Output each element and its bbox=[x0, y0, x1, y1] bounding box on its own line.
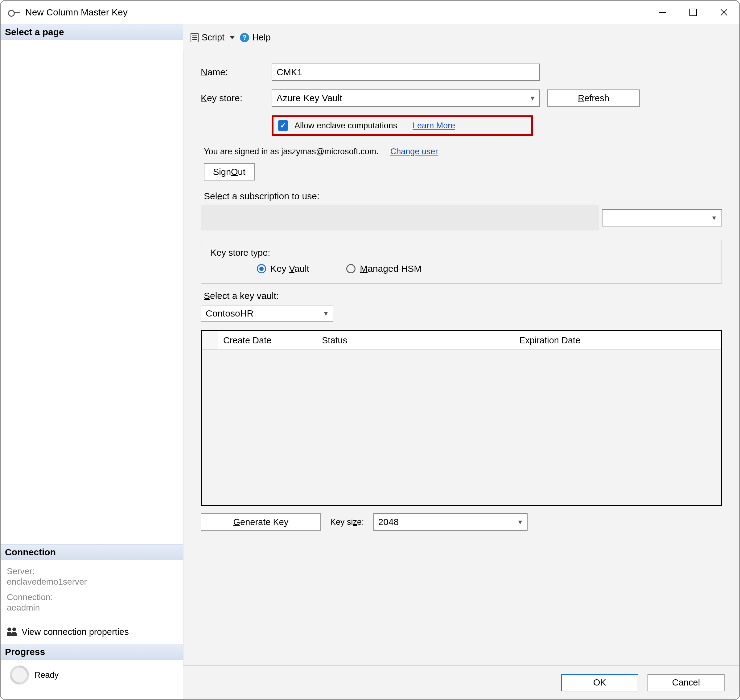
progress-header: Progress bbox=[1, 644, 183, 660]
allow-enclave-row: ✓ Allow enclave computations Learn More bbox=[272, 115, 533, 136]
chevron-down-icon bbox=[229, 36, 235, 39]
help-icon: ? bbox=[240, 33, 249, 42]
keystore-select[interactable]: Azure Key Vault ▾ bbox=[272, 90, 540, 107]
subscription-row: ▾ bbox=[201, 205, 722, 231]
keystore-type-label: Key store type: bbox=[211, 248, 712, 258]
body: Select a page Connection Server: enclave… bbox=[1, 24, 739, 699]
chevron-down-icon: ▾ bbox=[712, 213, 716, 222]
radio-managed-hsm-label: Managed HSM bbox=[360, 263, 421, 274]
subscription-display bbox=[201, 205, 599, 231]
connection-header: Connection bbox=[1, 544, 183, 560]
refresh-button[interactable]: Refresh bbox=[547, 90, 640, 107]
maximize-icon bbox=[689, 8, 697, 16]
main-panel: Script ? Help Name: Key store: bbox=[183, 24, 739, 699]
progress-row: Ready bbox=[1, 660, 183, 699]
key-size-label: Key size: bbox=[330, 518, 364, 527]
server-label: Server: bbox=[7, 566, 177, 576]
cancel-button[interactable]: Cancel bbox=[648, 674, 725, 691]
connection-label: Connection: bbox=[7, 592, 177, 602]
minimize-icon bbox=[658, 8, 667, 17]
select-key-vault-label: Select a key vault: bbox=[204, 291, 722, 301]
view-connection-label: View connection properties bbox=[22, 627, 129, 637]
allow-enclave-label: Allow enclave computations bbox=[294, 121, 397, 131]
grid-col-create-date[interactable]: Create Date bbox=[218, 331, 317, 350]
titlebar: New Column Master Key bbox=[1, 1, 739, 24]
signed-in-row: You are signed in as jaszymas@microsoft.… bbox=[204, 147, 722, 156]
people-icon bbox=[7, 628, 17, 637]
select-page-header: Select a page bbox=[1, 24, 183, 40]
learn-more-link[interactable]: Learn More bbox=[413, 121, 455, 131]
footer: OK Cancel bbox=[183, 665, 739, 699]
keys-grid[interactable]: Create Date Status Expiration Date bbox=[201, 330, 722, 506]
script-label: Script bbox=[202, 32, 225, 43]
name-label: Name: bbox=[201, 67, 272, 78]
left-panel: Select a page Connection Server: enclave… bbox=[1, 24, 183, 699]
keystore-value: Azure Key Vault bbox=[277, 93, 342, 103]
name-input[interactable] bbox=[272, 63, 540, 81]
key-vault-value: ContosoHR bbox=[206, 308, 254, 319]
change-user-link[interactable]: Change user bbox=[391, 147, 438, 156]
left-spacer bbox=[1, 40, 183, 544]
radio-key-vault[interactable]: Key Vault bbox=[257, 263, 309, 274]
allow-enclave-checkbox[interactable]: ✓ bbox=[278, 120, 288, 131]
grid-col-status[interactable]: Status bbox=[317, 331, 514, 350]
script-dropdown[interactable]: Script bbox=[191, 32, 235, 43]
window-title: New Column Master Key bbox=[25, 7, 128, 18]
keystore-type-fieldset: Key store type: Key Vault Managed HSM bbox=[201, 240, 722, 284]
chevron-down-icon: ▾ bbox=[324, 309, 328, 318]
sign-out-button[interactable]: Sign Out bbox=[204, 163, 255, 181]
grid-header: Create Date Status Expiration Date bbox=[202, 331, 721, 350]
help-button[interactable]: ? Help bbox=[240, 32, 271, 43]
grid-body bbox=[202, 350, 721, 505]
radio-managed-hsm[interactable]: Managed HSM bbox=[346, 263, 421, 274]
radio-dot-icon bbox=[346, 264, 355, 274]
progress-spinner-icon bbox=[10, 665, 29, 685]
key-vault-select[interactable]: ContosoHR ▾ bbox=[201, 305, 333, 322]
ok-button[interactable]: OK bbox=[561, 674, 638, 691]
generate-key-button[interactable]: Generate Key bbox=[201, 513, 321, 531]
chevron-down-icon: ▾ bbox=[531, 94, 534, 102]
connection-value: aeadmin bbox=[7, 603, 177, 613]
subscription-select[interactable]: ▾ bbox=[602, 209, 722, 226]
signed-in-text: You are signed in as jaszymas@microsoft.… bbox=[204, 147, 379, 156]
grid-col-expiration[interactable]: Expiration Date bbox=[514, 331, 721, 350]
toolbar: Script ? Help bbox=[183, 24, 739, 51]
signout-row: Sign Out bbox=[204, 163, 722, 181]
minimize-button[interactable] bbox=[647, 1, 678, 24]
keystore-label: Key store: bbox=[201, 93, 272, 103]
server-value: enclavedemo1server bbox=[7, 577, 177, 587]
key-icon bbox=[8, 9, 21, 16]
svg-rect-1 bbox=[690, 9, 696, 16]
view-connection-properties[interactable]: View connection properties bbox=[1, 622, 183, 644]
keystore-type-radios: Key Vault Managed HSM bbox=[211, 263, 712, 274]
maximize-button[interactable] bbox=[678, 1, 709, 24]
subscription-label: Select a subscription to use: bbox=[204, 191, 722, 201]
radio-dot-icon bbox=[257, 264, 266, 274]
window: New Column Master Key Select a page Conn… bbox=[0, 0, 740, 700]
radio-key-vault-label: Key Vault bbox=[270, 263, 309, 274]
generate-row: Generate Key Key size: 2048 ▾ bbox=[201, 513, 722, 531]
script-icon bbox=[191, 33, 198, 42]
chevron-down-icon: ▾ bbox=[518, 518, 522, 526]
key-size-value: 2048 bbox=[378, 517, 399, 527]
progress-status: Ready bbox=[35, 671, 59, 680]
content: Name: Key store: Azure Key Vault ▾ Refre… bbox=[183, 51, 739, 665]
key-vault-row: ContosoHR ▾ bbox=[201, 305, 722, 322]
key-size-select[interactable]: 2048 ▾ bbox=[373, 513, 527, 531]
help-label: Help bbox=[252, 32, 271, 43]
close-icon bbox=[719, 8, 728, 17]
connection-block: Server: enclavedemo1server Connection: a… bbox=[1, 560, 183, 622]
keystore-row: Key store: Azure Key Vault ▾ Refresh bbox=[201, 90, 722, 107]
window-controls bbox=[647, 1, 739, 24]
name-row: Name: bbox=[201, 63, 722, 81]
grid-row-selector-header[interactable] bbox=[202, 331, 218, 350]
close-button[interactable] bbox=[709, 1, 739, 24]
